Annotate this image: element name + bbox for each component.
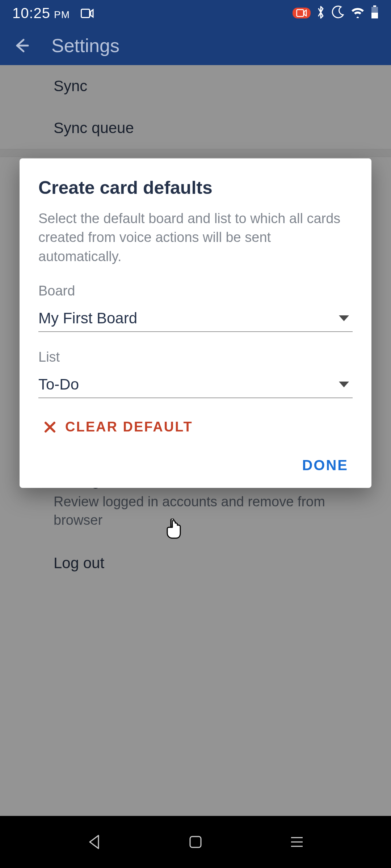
chevron-down-icon [339,382,349,387]
close-icon [43,421,56,434]
create-card-defaults-dialog: Create card defaults Select the default … [20,158,371,488]
clear-default-label: CLEAR DEFAULT [65,419,193,435]
chevron-down-icon [339,315,349,321]
page-title: Settings [51,35,119,56]
svg-rect-0 [81,9,90,17]
status-right [293,5,379,21]
nav-recent-button[interactable] [275,827,319,856]
svg-rect-4 [371,13,378,18]
video-icon [81,9,94,18]
wifi-icon [350,7,365,20]
status-bar: 10:25 PM [0,0,391,26]
board-field-label: Board [38,283,353,299]
screen-record-icon [293,8,311,18]
list-select-value: To-Do [38,376,339,393]
nav-back-button[interactable] [72,827,116,856]
status-ampm: PM [54,9,70,21]
dialog-description: Select the default board and list to whi… [38,209,353,266]
list-field: List To-Do [38,349,353,398]
back-button[interactable] [9,33,34,58]
board-field: Board My First Board [38,283,353,332]
bluetooth-icon [316,5,325,21]
status-time: 10:25 [12,5,50,21]
svg-rect-2 [373,5,376,7]
status-left: 10:25 PM [12,5,94,21]
list-select[interactable]: To-Do [38,376,353,398]
nav-home-button[interactable] [174,827,217,856]
dialog-actions: DONE [38,457,353,473]
board-select[interactable]: My First Board [38,310,353,332]
svg-rect-5 [190,837,201,847]
system-nav-bar [0,816,391,868]
battery-icon [371,5,379,21]
clear-default-button[interactable]: CLEAR DEFAULT [38,419,353,435]
app-bar: Settings [0,26,391,65]
list-field-label: List [38,349,353,365]
dialog-title: Create card defaults [38,177,353,198]
done-button[interactable]: DONE [302,457,348,473]
svg-rect-1 [297,10,304,17]
board-select-value: My First Board [38,310,339,327]
moon-icon [331,5,345,21]
